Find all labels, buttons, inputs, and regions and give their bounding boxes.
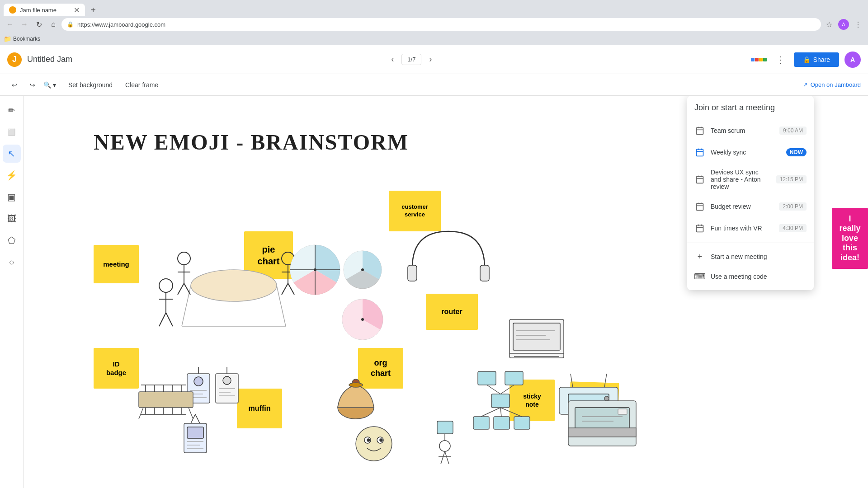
sticky-note-note[interactable]: stickynote <box>509 380 555 421</box>
header-center: ‹ 1/7 › <box>72 52 751 67</box>
svg-line-8 <box>166 313 173 326</box>
main-content: ✏ ⬜ ↖ ⚡ ▣ 🖼 ⬠ ○ NEW EMOJI - BRAINSTORM m… <box>0 96 868 488</box>
meet-yellow <box>759 58 763 61</box>
svg-point-4 <box>159 279 173 292</box>
undo-icon: ↩ <box>12 81 17 89</box>
svg-rect-114 <box>697 176 703 183</box>
circle-tool-button[interactable]: ○ <box>3 253 21 271</box>
svg-line-17 <box>282 283 288 295</box>
reload-button[interactable]: ↻ <box>33 18 45 31</box>
set-background-button[interactable]: Set background <box>64 79 117 91</box>
browser-tab[interactable]: Jam file name ✕ <box>4 4 85 16</box>
start-new-meeting-label: Start a new meeting <box>711 253 767 260</box>
more-options-button[interactable]: ⋮ <box>772 52 788 68</box>
clear-frame-button[interactable]: Clear frame <box>121 79 163 91</box>
canvas-area[interactable]: NEW EMOJI - BRAINSTORM meeting piechart … <box>24 96 868 488</box>
meeting-item-devices-ux[interactable]: Devices UX sync and share - Anton review… <box>687 163 814 196</box>
laser-tool-button[interactable]: ⚡ <box>3 166 21 184</box>
svg-rect-27 <box>408 265 417 281</box>
svg-rect-30 <box>513 323 560 350</box>
meeting-item-weekly-sync[interactable]: Weekly sync NOW <box>687 141 814 163</box>
open-external-icon: ↗ <box>803 81 808 88</box>
svg-rect-62 <box>187 427 203 438</box>
meeting-item-budget-review[interactable]: Budget review 2:00 PM <box>687 196 814 217</box>
open-jamboard-label: Open on Jamboard <box>811 81 861 88</box>
meeting-item-fun-vr[interactable]: Fun times with VR 4:30 PM <box>687 217 814 239</box>
svg-rect-75 <box>505 371 523 385</box>
router-note[interactable]: router <box>426 294 478 330</box>
meeting-time-team-scrum: 9:00 AM <box>779 127 807 135</box>
svg-point-69 <box>356 427 392 461</box>
svg-rect-46 <box>618 409 627 414</box>
svg-rect-81 <box>514 417 530 429</box>
share-button[interactable]: 🔒 Share <box>794 52 839 67</box>
svg-rect-80 <box>494 417 509 429</box>
svg-rect-76 <box>491 394 509 408</box>
bookmarks-label[interactable]: 📁 Bookmarks <box>4 35 40 42</box>
home-button[interactable]: ⌂ <box>47 18 60 31</box>
meeting-name-fun-vr: Fun times with VR <box>711 225 774 232</box>
meeting-name-team-scrum: Team scrum <box>711 127 774 134</box>
bookmark-star-icon[interactable]: ☆ <box>823 18 835 31</box>
start-new-meeting-action[interactable]: + Start a new meeting <box>687 247 814 267</box>
use-meeting-code-action[interactable]: ⌨ Use a meeting code <box>687 267 814 286</box>
svg-rect-122 <box>697 225 703 232</box>
user-avatar[interactable]: A <box>844 52 861 68</box>
svg-rect-85 <box>437 421 453 434</box>
svg-rect-106 <box>697 127 703 134</box>
svg-rect-110 <box>697 149 703 156</box>
svg-line-7 <box>159 313 166 326</box>
svg-line-1 <box>182 286 191 326</box>
browser-chrome: Jam file name ✕ + ← → ↻ ⌂ 🔒 https://www.… <box>0 0 868 33</box>
back-button[interactable]: ← <box>4 18 16 31</box>
tab-close-btn[interactable]: ✕ <box>74 6 80 14</box>
svg-point-86 <box>439 441 450 451</box>
use-meeting-code-label: Use a meeting code <box>711 273 767 280</box>
meeting-info-budget-review: Budget review <box>711 203 774 210</box>
image-tool-button[interactable]: 🖼 <box>3 210 21 228</box>
sticky-note-tool-button[interactable]: ▣ <box>3 188 21 206</box>
app-toolbar: ↩ ↪ 🔍 ▾ Set background Clear frame ↗ Ope… <box>0 74 868 96</box>
svg-line-83 <box>500 408 501 417</box>
sticky-note-note-text: stickynote <box>523 392 541 408</box>
meeting-item-team-scrum[interactable]: Team scrum 9:00 AM <box>687 120 814 141</box>
svg-point-68 <box>349 383 363 387</box>
zoom-control[interactable]: 🔍 ▾ <box>43 81 56 89</box>
svg-point-24 <box>361 268 364 271</box>
pink-card-text: Ireallylovethisidea! <box>839 214 860 263</box>
meeting-info-fun-vr: Fun times with VR <box>711 225 774 232</box>
svg-line-105 <box>189 408 193 419</box>
calendar-icon-budget-review <box>694 201 705 212</box>
pen-tool-button[interactable]: ✏ <box>3 101 21 119</box>
eraser-tool-button[interactable]: ⬜ <box>3 123 21 141</box>
redo-button[interactable]: ↪ <box>25 79 40 91</box>
svg-line-77 <box>487 385 500 394</box>
svg-point-73 <box>380 439 382 441</box>
app-title: Untitled Jam <box>27 55 72 64</box>
svg-point-0 <box>191 270 277 301</box>
toolbar-divider <box>60 80 60 90</box>
address-bar[interactable]: 🔒 https://www.jamboard.google.com <box>61 18 821 31</box>
open-jamboard-link[interactable]: ↗ Open on Jamboard <box>803 81 861 88</box>
google-meet-button[interactable] <box>751 58 767 61</box>
profile-icon[interactable]: A <box>837 18 850 31</box>
select-tool-button[interactable]: ↖ <box>3 145 21 163</box>
canvas-title: NEW EMOJI - BRAINSTORM <box>94 130 409 155</box>
forward-button[interactable]: → <box>18 18 31 31</box>
more-options-icon[interactable]: ⋮ <box>852 18 864 31</box>
svg-point-40 <box>604 396 609 401</box>
bookmarks-text: Bookmarks <box>13 36 40 42</box>
svg-line-104 <box>139 408 143 419</box>
meet-green <box>763 58 767 61</box>
frame-indicator[interactable]: 1/7 <box>401 54 421 65</box>
calendar-icon-team-scrum <box>694 125 705 136</box>
undo-button[interactable]: ↩ <box>7 79 22 91</box>
bookmarks-folder-icon: 📁 <box>4 35 11 42</box>
canvas-sketches <box>94 200 410 471</box>
prev-frame-button[interactable]: ‹ <box>385 52 400 67</box>
next-frame-button[interactable]: › <box>423 52 438 67</box>
calendar-icon-devices-ux <box>694 174 705 185</box>
shape-tool-button[interactable]: ⬠ <box>3 231 21 249</box>
svg-line-12 <box>178 283 184 295</box>
new-tab-button[interactable]: + <box>87 4 99 16</box>
